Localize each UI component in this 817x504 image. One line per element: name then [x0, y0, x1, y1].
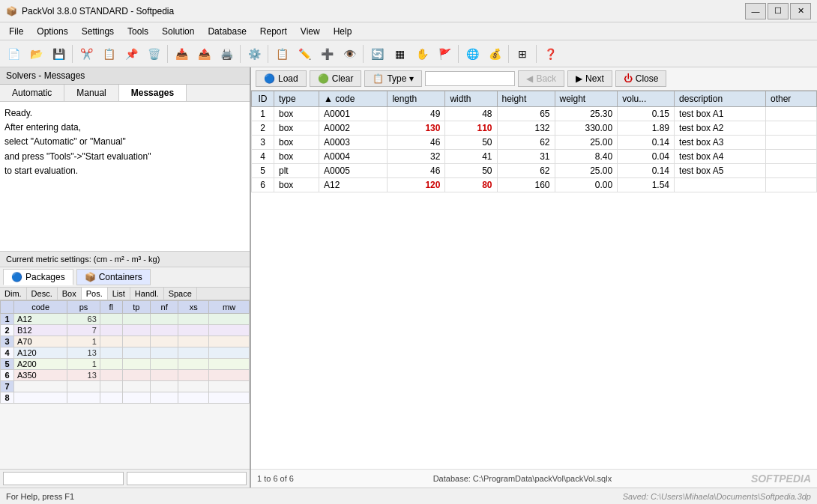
- menu-database[interactable]: Database: [202, 25, 252, 38]
- toolbar-flag[interactable]: 🚩: [434, 43, 455, 64]
- bottom-input-2[interactable]: [127, 472, 247, 485]
- cell-id-1: 1: [252, 107, 274, 121]
- toolbar-delete[interactable]: 🗑️: [143, 43, 164, 64]
- pkg-col-nf[interactable]: nf: [150, 301, 178, 314]
- pkg-col-fl[interactable]: fl: [100, 301, 122, 314]
- table-row[interactable]: 4 A120 13: [1, 347, 250, 359]
- data-row-3[interactable]: 3 box A0003 46 50 62 25.00 0.14 test box…: [252, 136, 817, 150]
- cell-width-2: 110: [445, 121, 497, 136]
- col-tab-box[interactable]: Box: [58, 288, 82, 300]
- menu-options[interactable]: Options: [31, 25, 73, 38]
- pkg-col-mw[interactable]: mw: [209, 301, 250, 314]
- col-description[interactable]: description: [675, 91, 766, 107]
- pkg-col-code[interactable]: code: [14, 301, 67, 314]
- tab-manual[interactable]: Manual: [64, 85, 118, 101]
- menu-settings[interactable]: Settings: [76, 25, 120, 38]
- data-row-1[interactable]: 1 box A0001 49 48 65 25.30 0.15 test box…: [252, 107, 817, 121]
- col-height[interactable]: height: [497, 91, 555, 107]
- toolbar-edit[interactable]: ✏️: [294, 43, 315, 64]
- clear-button[interactable]: 🟢 Clear: [310, 70, 362, 87]
- toolbar-view[interactable]: 👁️: [339, 43, 360, 64]
- type-button[interactable]: 📋 Type ▾: [364, 70, 422, 87]
- row-ps-7: [67, 381, 100, 392]
- menu-view[interactable]: View: [295, 25, 326, 38]
- toolbar-globe[interactable]: 🌐: [462, 43, 483, 64]
- data-row-4[interactable]: 4 box A0004 32 41 31 8.40 0.04 test box …: [252, 150, 817, 164]
- toolbar-new[interactable]: 📄: [3, 43, 24, 64]
- toolbar-save[interactable]: 💾: [48, 43, 69, 64]
- toolbar-split[interactable]: ⊞: [512, 43, 533, 64]
- table-row[interactable]: 5 A200 1: [1, 359, 250, 370]
- col-tab-desc[interactable]: Desc.: [27, 288, 58, 300]
- back-button[interactable]: ◀ Back: [518, 70, 564, 87]
- row-num-3: 3: [1, 336, 14, 347]
- col-tab-handl[interactable]: Handl.: [130, 288, 164, 300]
- toolbar-add[interactable]: ➕: [316, 43, 337, 64]
- col-code[interactable]: ▲ code: [319, 91, 388, 107]
- table-row[interactable]: 7: [1, 381, 250, 392]
- toolbar-paste[interactable]: 📌: [121, 43, 142, 64]
- toolbar-sep-8: [536, 45, 537, 63]
- tab-messages[interactable]: Messages: [119, 85, 187, 101]
- col-tab-pos[interactable]: Pos.: [82, 288, 108, 300]
- tab-automatic[interactable]: Automatic: [0, 85, 64, 101]
- menu-help[interactable]: Help: [328, 25, 358, 38]
- toolbar-grid[interactable]: ▦: [389, 43, 410, 64]
- table-row[interactable]: 3 A70 1: [1, 336, 250, 347]
- col-id[interactable]: ID: [252, 91, 274, 107]
- toolbar-settings[interactable]: ⚙️: [244, 43, 265, 64]
- right-toolbar: 🔵 Load 🟢 Clear 📋 Type ▾ ◀ Back ▶ Next: [251, 67, 817, 91]
- menu-solution[interactable]: Solution: [156, 25, 200, 38]
- cell-weight-6: 0.00: [555, 178, 618, 192]
- toolbar-cut[interactable]: ✂️: [76, 43, 97, 64]
- toolbar-export[interactable]: 📤: [193, 43, 214, 64]
- tab-packages[interactable]: 🔵 Packages: [3, 269, 73, 285]
- maximize-button[interactable]: ☐: [768, 3, 789, 19]
- menu-tools[interactable]: Tools: [121, 25, 154, 38]
- table-row[interactable]: 2 B12 7: [1, 325, 250, 336]
- toolbar-import[interactable]: 📥: [171, 43, 192, 64]
- toolbar-help[interactable]: ❓: [540, 43, 561, 64]
- tab-containers[interactable]: 📦 Containers: [76, 269, 151, 285]
- data-row-6[interactable]: 6 box A12 120 80 160 0.00 1.54: [252, 178, 817, 192]
- col-length[interactable]: length: [388, 91, 445, 107]
- menu-report[interactable]: Report: [254, 25, 293, 38]
- col-type[interactable]: type: [274, 91, 319, 107]
- menu-file[interactable]: File: [3, 25, 29, 38]
- col-tab-list[interactable]: List: [108, 288, 130, 300]
- row-fl-7: [100, 381, 122, 392]
- col-tab-dim[interactable]: Dim.: [0, 288, 27, 300]
- toolbar-open[interactable]: 📂: [25, 43, 46, 64]
- data-row-2[interactable]: 2 box A0002 130 110 132 330.00 1.89 test…: [252, 121, 817, 136]
- cell-code-5: A0005: [319, 164, 388, 178]
- toolbar-money[interactable]: 💰: [484, 43, 505, 64]
- row-nf-1: [150, 314, 178, 325]
- bottom-input-1[interactable]: [3, 472, 124, 485]
- toolbar-move[interactable]: ✋: [411, 43, 432, 64]
- col-tab-space[interactable]: Space: [164, 288, 197, 300]
- toolbar-pkg-list[interactable]: 📋: [271, 43, 292, 64]
- minimize-button[interactable]: —: [745, 3, 766, 19]
- toolbar-print[interactable]: 🖨️: [216, 43, 237, 64]
- load-button[interactable]: 🔵 Load: [256, 70, 307, 87]
- toolbar-copy[interactable]: 📋: [98, 43, 119, 64]
- data-row-5[interactable]: 5 plt A0005 46 50 62 25.00 0.14 test box…: [252, 164, 817, 178]
- next-button[interactable]: ▶ Next: [567, 70, 612, 87]
- toolbar-refresh[interactable]: 🔄: [367, 43, 388, 64]
- table-row[interactable]: 1 A12 63: [1, 314, 250, 325]
- close-button-right[interactable]: ⏻ Close: [615, 70, 667, 87]
- pkg-col-xs[interactable]: xs: [178, 301, 209, 314]
- table-row[interactable]: 6 A350 13: [1, 370, 250, 381]
- row-tp-3: [122, 336, 150, 347]
- pkg-col-tp[interactable]: tp: [122, 301, 150, 314]
- pkg-col-ps[interactable]: ps: [67, 301, 100, 314]
- cell-weight-2: 330.00: [555, 121, 618, 136]
- close-button[interactable]: ✕: [790, 3, 811, 19]
- search-input[interactable]: [425, 71, 515, 86]
- cell-length-5: 46: [388, 164, 445, 178]
- table-row[interactable]: 8: [1, 392, 250, 404]
- col-weight[interactable]: weight: [555, 91, 618, 107]
- col-width[interactable]: width: [445, 91, 497, 107]
- col-volume[interactable]: volu...: [618, 91, 675, 107]
- col-other[interactable]: other: [765, 91, 816, 107]
